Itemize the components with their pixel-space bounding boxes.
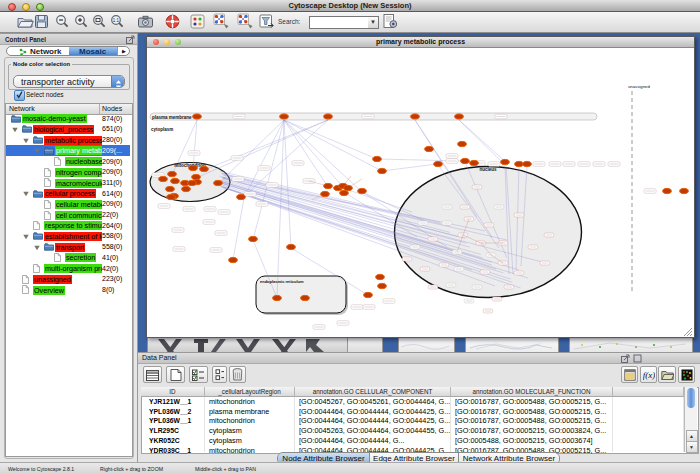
svg-text:plasma membrane: plasma membrane [152, 115, 192, 120]
svg-text:nucleus: nucleus [479, 167, 497, 172]
svg-text:f(x): f(x) [643, 370, 655, 380]
svg-text:1:1: 1:1 [113, 18, 120, 23]
svg-text:cytoplasm: cytoplasm [151, 127, 173, 132]
svg-text:endoplasmic reticulum: endoplasmic reticulum [260, 279, 304, 284]
svg-text:unassigned: unassigned [628, 84, 650, 89]
